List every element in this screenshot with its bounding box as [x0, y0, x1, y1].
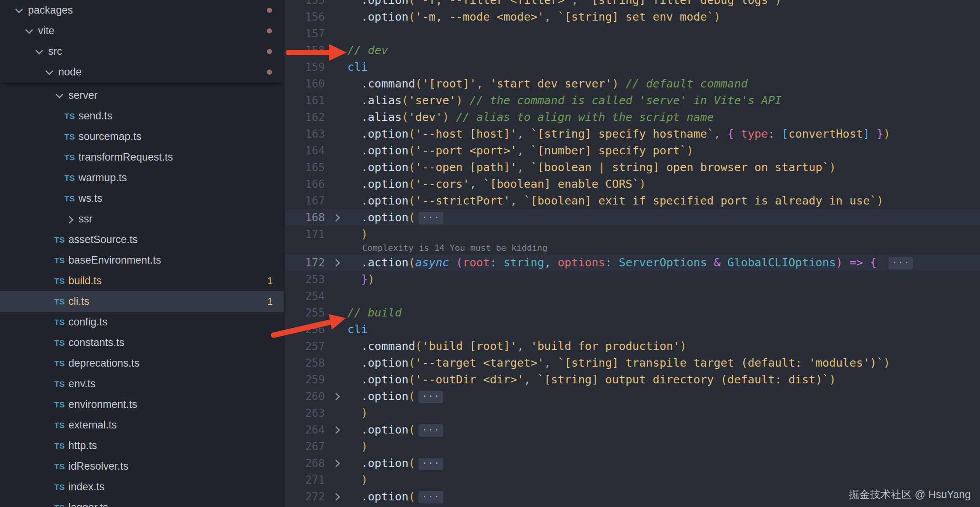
code-text[interactable]: .option('--strictPort', `[boolean] exit …	[347, 192, 980, 209]
chevron-down-icon[interactable]	[43, 70, 56, 75]
code-text[interactable]: )	[347, 226, 980, 243]
code-line-171[interactable]: 171 )	[285, 226, 980, 243]
sidebar-file-warmup-ts[interactable]: TSwarmup.ts	[0, 168, 284, 188]
chevron-down-icon[interactable]	[12, 8, 26, 13]
fold-chevron-icon[interactable]	[325, 388, 347, 405]
folded-code-ellipsis[interactable]: ···	[419, 212, 443, 224]
folded-code-ellipsis[interactable]: ···	[419, 491, 443, 504]
code-line-166[interactable]: 166 .option('--cors', `[boolean] enable …	[285, 176, 980, 192]
code-line-167[interactable]: 167 .option('--strictPort', `[boolean] e…	[285, 192, 980, 209]
code-text[interactable]: cli	[347, 321, 980, 338]
fold-chevron-icon[interactable]	[325, 455, 347, 472]
code-line-155[interactable]: 155 .option('-f, --filter <filter>', `[s…	[285, 0, 980, 9]
code-text[interactable]: .option(···	[347, 455, 980, 472]
code-text[interactable]: )	[347, 472, 980, 488]
code-text[interactable]: .alias('serve') // the command is called…	[347, 92, 980, 109]
chevron-down-icon[interactable]	[33, 49, 46, 54]
code-text[interactable]: .option('--outDir <dir>', `[string] outp…	[347, 371, 980, 388]
folded-code-ellipsis[interactable]: ···	[419, 458, 443, 470]
chevron-right-icon[interactable]	[63, 217, 76, 222]
codelens-complexity[interactable]: Complexity is 14 You must be kidding	[285, 243, 980, 254]
code-text[interactable]: .option('-m, --mode <mode>', `[string] s…	[347, 9, 980, 25]
sidebar-file-env-ts[interactable]: TSenv.ts	[0, 374, 284, 394]
code-text[interactable]: .option('-f, --filter <filter>', `[strin…	[347, 0, 980, 9]
folded-code-ellipsis[interactable]: ···	[419, 424, 443, 437]
code-text[interactable]: // build	[347, 304, 980, 321]
code-text[interactable]: })	[347, 271, 980, 288]
code-text[interactable]: // dev	[347, 42, 980, 59]
code-text[interactable]	[347, 288, 980, 304]
code-line-157[interactable]: 157	[285, 25, 980, 42]
sidebar-folder-packages[interactable]: packages	[0, 0, 284, 21]
code-line-160[interactable]: 160 .command('[root]', 'start dev server…	[285, 75, 980, 92]
code-line-271[interactable]: 271 )	[285, 472, 980, 488]
code-line-259[interactable]: 259 .option('--outDir <dir>', `[string] …	[285, 371, 980, 388]
chevron-down-icon[interactable]	[53, 93, 66, 98]
code-line-254[interactable]: 254	[285, 288, 980, 304]
sidebar-file-sourcemap-ts[interactable]: TSsourcemap.ts	[0, 126, 284, 147]
code-text[interactable]: .command('[root]', 'start dev server') /…	[347, 75, 980, 92]
folded-code-ellipsis[interactable]: ···	[888, 257, 913, 269]
code-area[interactable]: 155 .option('-f, --filter <filter>', `[s…	[285, 0, 980, 505]
sidebar-file-logger-ts[interactable]: TSlogger.ts	[0, 497, 284, 507]
folded-code-ellipsis[interactable]: ···	[419, 391, 443, 403]
sidebar-file-cli-ts[interactable]: TScli.ts1	[0, 291, 284, 312]
sidebar-file-index-ts[interactable]: TSindex.ts	[0, 477, 284, 497]
code-text[interactable]: .option('--port <port>', `[number] speci…	[347, 142, 980, 159]
code-text[interactable]: .option(···	[347, 421, 980, 438]
code-line-164[interactable]: 164 .option('--port <port>', `[number] s…	[285, 142, 980, 159]
sidebar-file-deprecations-ts[interactable]: TSdeprecations.ts	[0, 353, 284, 374]
code-line-159[interactable]: 159cli	[285, 59, 980, 75]
code-text[interactable]	[347, 25, 980, 42]
fold-chevron-icon[interactable]	[325, 421, 347, 438]
sidebar-file-transformRequest-ts[interactable]: TStransformRequest.ts	[0, 147, 284, 168]
code-line-253[interactable]: 253 })	[285, 271, 980, 288]
sidebar-file-baseEnvironment-ts[interactable]: TSbaseEnvironment.ts	[0, 250, 284, 271]
code-line-161[interactable]: 161 .alias('serve') // the command is ca…	[285, 92, 980, 109]
code-line-163[interactable]: 163 .option('--host [host]', `[string] s…	[285, 126, 980, 142]
sidebar-folder-ssr[interactable]: ssr	[0, 209, 284, 229]
code-text[interactable]: .option(···	[347, 388, 980, 405]
code-text[interactable]: )	[347, 405, 980, 421]
code-line-258[interactable]: 258 .option('--target <target>', `[strin…	[285, 355, 980, 371]
code-text[interactable]: .option('--cors', `[boolean] enable CORS…	[347, 176, 980, 192]
code-line-168[interactable]: 168 .option(···	[285, 209, 980, 226]
code-line-268[interactable]: 268 .option(···	[285, 455, 980, 472]
code-text[interactable]: .option('--host [host]', `[string] speci…	[347, 126, 980, 142]
code-text[interactable]: .option(···	[347, 209, 980, 226]
fold-chevron-icon[interactable]	[325, 488, 347, 505]
sidebar-file-environment-ts[interactable]: TSenvironment.ts	[0, 394, 284, 415]
sidebar-file-ws-ts[interactable]: TSws.ts	[0, 188, 284, 209]
fold-chevron-icon[interactable]	[325, 209, 347, 226]
sidebar-file-http-ts[interactable]: TShttp.ts	[0, 435, 284, 456]
editor-pane[interactable]: 155 .option('-f, --filter <filter>', `[s…	[285, 0, 980, 507]
code-line-260[interactable]: 260 .option(···	[285, 388, 980, 405]
code-line-172[interactable]: 172 .action(async (root: string, options…	[285, 254, 980, 271]
sidebar-folder-src[interactable]: src	[0, 41, 284, 62]
code-line-158[interactable]: 158// dev	[285, 42, 980, 59]
sidebar-folder-server[interactable]: server	[0, 85, 284, 106]
code-text[interactable]: )	[347, 438, 980, 455]
code-text[interactable]: .option('--open [path]', `[boolean | str…	[347, 159, 980, 176]
sidebar-file-config-ts[interactable]: TSconfig.ts	[0, 312, 284, 332]
code-line-264[interactable]: 264 .option(···	[285, 421, 980, 438]
sidebar-folder-vite[interactable]: vite	[0, 21, 284, 41]
code-text[interactable]: .option('--target <target>', `[string] t…	[347, 355, 980, 371]
code-text[interactable]: .command('build [root]', 'build for prod…	[347, 338, 980, 355]
code-text[interactable]: cli	[347, 59, 980, 75]
code-line-263[interactable]: 263 )	[285, 405, 980, 421]
code-line-255[interactable]: 255// build	[285, 304, 980, 321]
fold-chevron-icon[interactable]	[325, 254, 347, 271]
sidebar-file-idResolver-ts[interactable]: TSidResolver.ts	[0, 456, 284, 477]
sidebar-folder-node[interactable]: node	[0, 62, 284, 82]
sidebar-file-assetSource-ts[interactable]: TSassetSource.ts	[0, 229, 284, 250]
code-line-267[interactable]: 267 )	[285, 438, 980, 455]
sidebar-file-constants-ts[interactable]: TSconstants.ts	[0, 332, 284, 353]
code-line-165[interactable]: 165 .option('--open [path]', `[boolean |…	[285, 159, 980, 176]
sidebar-file-build-ts[interactable]: TSbuild.ts1	[0, 271, 284, 291]
code-text[interactable]: .alias('dev') // alias to align with the…	[347, 109, 980, 126]
code-line-156[interactable]: 156 .option('-m, --mode <mode>', `[strin…	[285, 9, 980, 25]
code-line-256[interactable]: 256cli	[285, 321, 980, 338]
sidebar-file-external-ts[interactable]: TSexternal.ts	[0, 415, 284, 435]
sidebar-file-send-ts[interactable]: TSsend.ts	[0, 106, 284, 126]
